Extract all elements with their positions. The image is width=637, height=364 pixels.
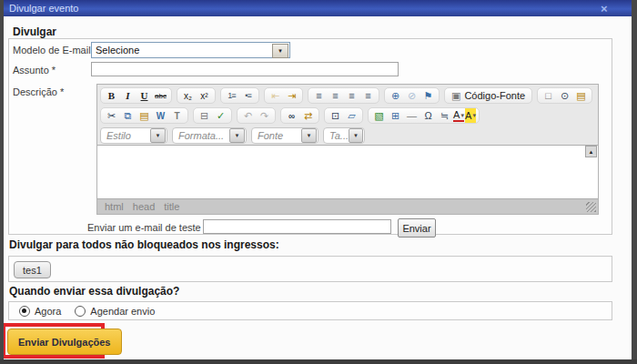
select-dropdown-icon[interactable]: ▼	[272, 44, 288, 58]
ingressos-panel: tes1	[8, 256, 612, 282]
special-character-icon[interactable]: Ω	[420, 108, 436, 123]
editor-element-path: htmlheadtitle	[97, 199, 598, 214]
radio-icon[interactable]	[75, 306, 86, 317]
dialog-titlebar: Divulgar evento ×	[0, 0, 637, 16]
paste-icon[interactable]: ▤	[136, 108, 152, 123]
remove-link-icon[interactable]: ⊘	[404, 88, 420, 103]
subscript-icon[interactable]: x₂	[180, 88, 196, 103]
bullet-list-icon[interactable]: •≡	[240, 88, 256, 103]
ingresso-tag[interactable]: tes1	[14, 261, 51, 278]
modelo-email-select[interactable]: Selecione ▼	[91, 42, 290, 58]
align-center-icon[interactable]: ≡	[328, 88, 343, 103]
toolbar-group: ✂⧉▤WT	[100, 107, 188, 124]
combo-label: Estilo	[106, 130, 131, 141]
new-page-icon[interactable]: □	[541, 88, 556, 103]
combo-dropdown-icon[interactable]: ▼	[150, 128, 166, 143]
underline-icon[interactable]: U	[136, 88, 152, 103]
anchor-icon[interactable]: ⚑	[420, 88, 436, 103]
italic-icon[interactable]: I	[120, 88, 136, 103]
insert-image-icon[interactable]: ▧	[371, 108, 387, 123]
combo-label: Formata...	[178, 130, 224, 141]
modelo-email-selected-value: Selecione	[96, 45, 139, 56]
strikethrough-icon[interactable]: abc	[153, 88, 168, 103]
radio-label: Agendar envio	[90, 306, 155, 317]
test-email-input[interactable]	[203, 219, 391, 234]
combo-dropdown-icon[interactable]: ▼	[349, 128, 363, 143]
rich-text-editor: BIUabcx₂x²1≡•≡⇤⇥≡≡≡≡⊕⊘⚑▣Código-Fonte□⊙▤✂…	[96, 84, 599, 215]
divulgar-evento-dialog: Divulgar evento × Divulgar Modelo de E-m…	[0, 0, 637, 364]
scroll-up-icon[interactable]: ▲	[585, 146, 597, 157]
assunto-input[interactable]	[91, 62, 399, 76]
window-border-left	[0, 0, 4, 364]
dialog-title: Divulgar evento	[9, 3, 78, 14]
schedule-option-agora[interactable]: Agora	[19, 306, 61, 317]
source-code-button-label: Código-Fonte	[464, 90, 525, 101]
cut-icon[interactable]: ✂	[104, 108, 119, 123]
insert-table-icon[interactable]: ⊞	[388, 108, 403, 123]
text-color-icon[interactable]: A	[453, 109, 464, 122]
toolbar-group: BIUabc	[100, 87, 172, 104]
print-icon[interactable]: ⊟	[197, 108, 212, 123]
replace-icon[interactable]: ⇄	[300, 108, 316, 123]
schedule-options: AgoraAgendar envio	[9, 302, 612, 319]
outdent-icon[interactable]: ⇤	[268, 88, 283, 103]
align-left-icon[interactable]: ≡	[311, 88, 327, 103]
find-icon[interactable]: ∞	[284, 108, 299, 123]
background-color-icon[interactable]: A	[465, 108, 476, 123]
schedule-option-agendar[interactable]: Agendar envio	[75, 306, 155, 317]
insert-link-icon[interactable]: ⊕	[388, 88, 403, 103]
section-divulgar-heading: Divulgar	[13, 25, 56, 38]
toolbar-group: 1≡•≡	[220, 87, 259, 104]
toolbar-group: x₂x²	[177, 87, 216, 104]
radio-label: Agora	[35, 306, 61, 317]
enviar-divulgacoes-button[interactable]: Enviar Divulgações	[7, 329, 122, 355]
combo-formata[interactable]: Formata...▼	[172, 127, 247, 144]
spell-check-icon[interactable]: ✓	[213, 108, 228, 123]
radio-icon[interactable]	[19, 306, 30, 317]
templates-icon[interactable]: ▤	[573, 88, 589, 103]
page-break-icon[interactable]: ≒	[437, 108, 452, 123]
toolbar-group: ⊟✓	[193, 107, 232, 124]
paste-plain-text-icon[interactable]: T	[169, 108, 185, 123]
window-border-bottom	[0, 359, 637, 364]
section-ingressos-heading: Divulgar para todos não bloqueados nos i…	[9, 238, 279, 251]
select-all-icon[interactable]: ⊡	[328, 108, 343, 123]
preview-icon[interactable]: ⊙	[557, 88, 572, 103]
combo-dropdown-icon[interactable]: ▼	[301, 128, 317, 143]
section-quando-heading: Quando enviar essa divulgação?	[9, 285, 179, 298]
remove-format-icon[interactable]: ▱	[344, 108, 359, 123]
toolbar-group: ∞⇄	[280, 107, 319, 124]
element-path-item[interactable]: head	[133, 201, 155, 212]
toolbar-group: ▧⊞—Ω≒AA	[368, 107, 480, 124]
indent-icon[interactable]: ⇥	[284, 88, 299, 103]
assunto-label: Assunto *	[13, 65, 56, 76]
window-border-right	[632, 0, 637, 364]
resize-grip[interactable]	[586, 202, 596, 212]
toolbar-group: ≡≡≡≡	[308, 87, 379, 104]
horizontal-rule-icon[interactable]: —	[404, 108, 420, 123]
editor-toolbar: BIUabcx₂x²1≡•≡⇤⇥≡≡≡≡⊕⊘⚑▣Código-Fonte□⊙▤✂…	[97, 85, 598, 148]
bold-icon[interactable]: B	[104, 88, 119, 103]
undo-icon[interactable]: ↶	[240, 108, 256, 123]
combo-dropdown-icon[interactable]: ▼	[229, 128, 245, 143]
editor-content-area[interactable]	[97, 145, 598, 199]
combo-label: Fonte	[258, 130, 283, 141]
align-justify-icon[interactable]: ≡	[360, 88, 376, 103]
modelo-email-label: Modelo de E-mail	[13, 45, 91, 56]
close-icon[interactable]: ×	[601, 2, 608, 15]
superscript-icon[interactable]: x²	[197, 88, 212, 103]
numbered-list-icon[interactable]: 1≡	[224, 88, 239, 103]
combo-estilo[interactable]: Estilo▼	[100, 127, 167, 144]
combo-fonte[interactable]: Fonte▼	[251, 127, 318, 144]
element-path-item[interactable]: html	[105, 201, 124, 212]
enviar-teste-button[interactable]: Enviar	[398, 218, 436, 238]
source-code-icon: ▣	[451, 90, 460, 102]
combo-ta[interactable]: Ta...▼	[323, 127, 365, 144]
element-path-item[interactable]: title	[164, 201, 179, 212]
paste-from-word-icon[interactable]: W	[153, 108, 168, 123]
redo-icon[interactable]: ↷	[257, 108, 272, 123]
source-code-button[interactable]: ▣Código-Fonte	[448, 88, 529, 103]
align-right-icon[interactable]: ≡	[344, 88, 359, 103]
quando-panel: AgoraAgendar envio	[8, 301, 612, 320]
copy-icon[interactable]: ⧉	[120, 108, 136, 123]
